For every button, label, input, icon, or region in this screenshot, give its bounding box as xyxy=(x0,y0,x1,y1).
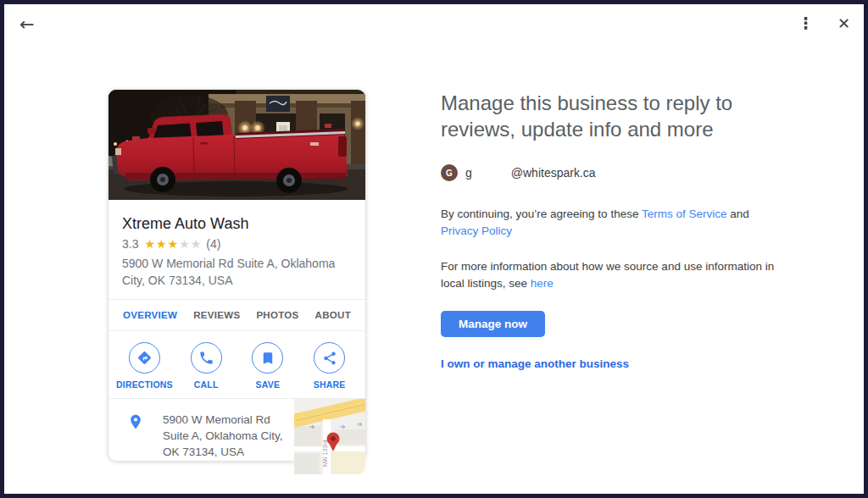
call-button[interactable]: CALL xyxy=(175,342,237,390)
business-tabs: OVERVIEW REVIEWS PHOTOS ABOUT xyxy=(108,299,365,331)
business-name: Xtreme Auto Wash xyxy=(122,213,352,234)
star-icon: ★ xyxy=(168,237,180,251)
star-rating-icons: ★★★★★ xyxy=(144,237,202,251)
map-street-label: NW 133rd xyxy=(322,440,328,467)
save-button[interactable]: SAVE xyxy=(237,342,299,390)
tab-photos[interactable]: PHOTOS xyxy=(256,310,298,320)
terms-paragraph: By continuing, you’re agreeing to these … xyxy=(441,206,783,240)
star-icon: ★ xyxy=(179,237,191,251)
star-icon: ★ xyxy=(144,237,156,251)
rating-value: 3.3 xyxy=(122,237,138,251)
here-link[interactable]: here xyxy=(531,277,554,290)
dialog-window: ← ⋮ ✕ xyxy=(0,0,868,498)
privacy-policy-link[interactable]: Privacy Policy xyxy=(441,224,512,237)
business-card: Xtreme Auto Wash 3.3 ★★★★★ (4) 5900 W Me… xyxy=(108,89,366,462)
tab-about[interactable]: ABOUT xyxy=(315,310,351,320)
terms-text: By continuing, you’re agreeing to these xyxy=(441,208,642,220)
business-info: Xtreme Auto Wash 3.3 ★★★★★ (4) 5900 W Me… xyxy=(108,200,365,299)
location-row: 5900 W Memorial Rd Suite A, Oklahoma Cit… xyxy=(108,399,365,475)
info-paragraph: For more information about how we source… xyxy=(441,258,783,292)
map-thumbnail[interactable]: NW 133rd xyxy=(294,399,365,474)
tab-reviews[interactable]: REVIEWS xyxy=(193,310,240,320)
action-buttons-row: DIRECTIONS CALL SAVE SHARE xyxy=(108,331,365,399)
directions-icon xyxy=(129,342,160,374)
terms-conjunction: and xyxy=(726,208,748,220)
review-count: (4) xyxy=(206,237,220,251)
location-address: 5900 W Memorial Rd Suite A, Oklahoma Cit… xyxy=(163,412,292,460)
star-icon: ★ xyxy=(191,237,203,251)
share-button[interactable]: SHARE xyxy=(298,342,360,390)
share-icon xyxy=(314,342,345,374)
account-avatar: G xyxy=(441,164,458,181)
account-user: g xyxy=(465,166,472,180)
account-domain: @whitespark.ca xyxy=(511,166,596,180)
rating-row: 3.3 ★★★★★ (4) xyxy=(122,237,352,251)
business-photo[interactable] xyxy=(108,90,365,200)
close-icon[interactable]: ✕ xyxy=(834,13,854,35)
manage-panel: Manage this business to reply to reviews… xyxy=(441,90,797,371)
bookmark-icon xyxy=(252,342,283,374)
other-business-link[interactable]: I own or manage another business xyxy=(441,357,629,370)
location-pin-icon xyxy=(127,413,144,434)
back-icon[interactable]: ← xyxy=(16,13,38,37)
more-options-icon[interactable]: ⋮ xyxy=(794,12,817,35)
star-icon: ★ xyxy=(156,237,168,251)
terms-of-service-link[interactable]: Terms of Service xyxy=(642,208,727,220)
account-row: G g @whitespark.ca xyxy=(441,164,797,181)
business-address: 5900 W Memorial Rd Suite A, Oklahoma Cit… xyxy=(122,255,355,289)
tab-overview[interactable]: OVERVIEW xyxy=(123,310,177,320)
phone-icon xyxy=(191,342,222,374)
info-text: For more information about how we source… xyxy=(441,260,774,290)
manage-now-button[interactable]: Manage now xyxy=(441,311,545,337)
page-title: Manage this business to reply to reviews… xyxy=(441,90,765,142)
directions-button[interactable]: DIRECTIONS xyxy=(114,342,175,390)
topbar: ← ⋮ ✕ xyxy=(4,4,864,45)
